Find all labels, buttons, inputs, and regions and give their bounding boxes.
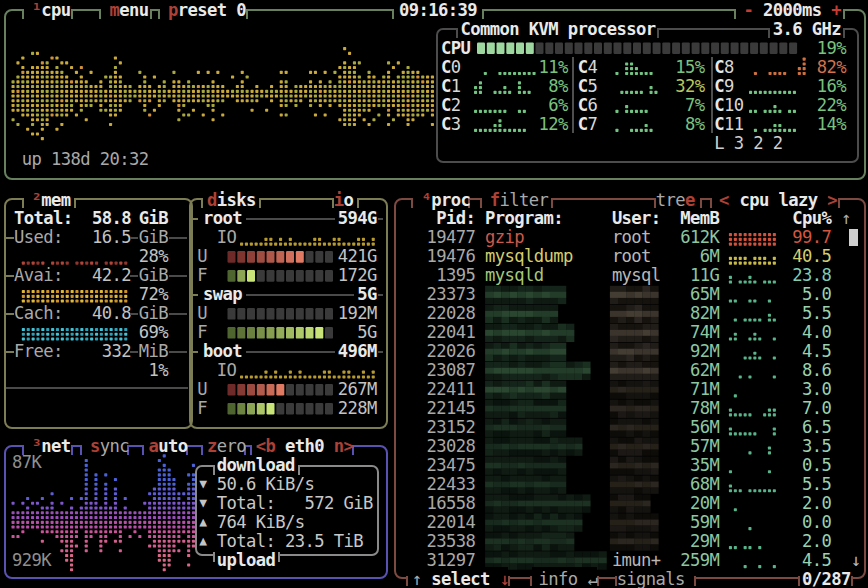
- proc-count-stub-right: [851, 576, 853, 586]
- info-button[interactable]: info: [539, 570, 578, 588]
- select-up-icon[interactable]: ↑: [412, 570, 422, 588]
- proc-scrollbar-thumb[interactable]: [849, 229, 859, 246]
- info-button-stub-left: [530, 576, 532, 586]
- signals-button[interactable]: signals: [617, 570, 685, 588]
- info-enter-icon[interactable]: ↵: [587, 570, 597, 588]
- proc-count-stub-left: [798, 576, 800, 586]
- btop-screen: ¹cpumenupreset 009:16:39-2000ms+Common K…: [0, 0, 868, 588]
- signals-button-stub-right: [694, 576, 696, 586]
- proc-scroll-down-icon[interactable]: ↓: [851, 551, 861, 570]
- process-cpu-graph: [0, 0, 868, 588]
- process-count: 0/287: [802, 570, 851, 588]
- select-button[interactable]: select: [431, 570, 489, 588]
- info-button-stub-right: [597, 576, 599, 586]
- select-down-icon[interactable]: ↓: [500, 570, 510, 588]
- select-buttons-stub-left: [406, 576, 408, 586]
